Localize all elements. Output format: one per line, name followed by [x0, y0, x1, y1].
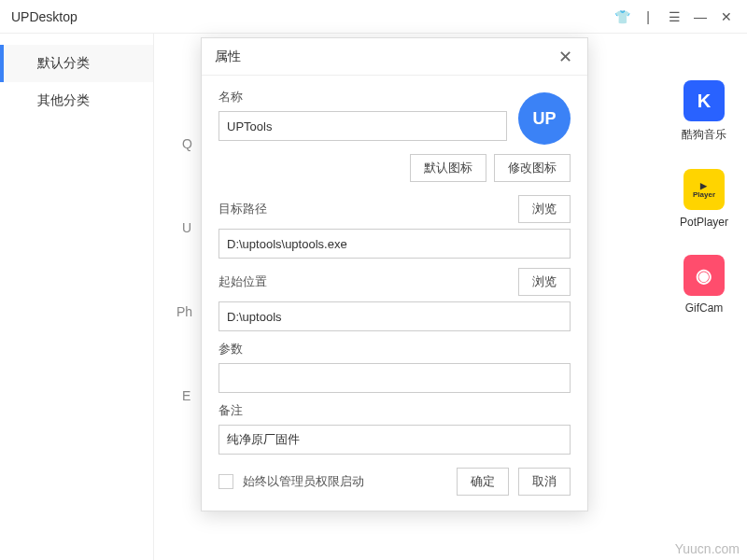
- app-title: UPDesktop: [11, 9, 78, 24]
- bg-letter: U: [182, 220, 191, 235]
- dialog-close-icon[interactable]: ✕: [556, 48, 574, 66]
- bg-letter: Q: [182, 136, 192, 151]
- app-gifcam[interactable]: ◉ GifCam: [684, 255, 725, 315]
- sidebar: 默认分类 其他分类: [0, 34, 154, 560]
- kugou-icon: K: [684, 80, 725, 121]
- app-label: PotPlayer: [680, 216, 728, 229]
- name-label: 名称: [218, 89, 507, 105]
- args-input[interactable]: [218, 363, 571, 393]
- admin-checkbox[interactable]: [218, 474, 233, 489]
- sidebar-item-default[interactable]: 默认分类: [0, 45, 153, 82]
- potplayer-icon: ▶Player: [684, 169, 725, 210]
- browse-target-button[interactable]: 浏览: [518, 195, 571, 223]
- target-label: 目标路径: [218, 201, 509, 217]
- default-icon-button[interactable]: 默认图标: [410, 154, 486, 182]
- app-potplayer[interactable]: ▶Player PotPlayer: [680, 169, 728, 229]
- change-icon-button[interactable]: 修改图标: [494, 154, 571, 182]
- name-input[interactable]: [218, 111, 507, 141]
- browse-start-button[interactable]: 浏览: [518, 268, 571, 296]
- remark-input[interactable]: [218, 425, 571, 455]
- icon-preview: UP: [518, 92, 571, 145]
- menu-icon[interactable]: ☰: [665, 7, 684, 26]
- dialog-title: 属性: [215, 49, 241, 65]
- args-label: 参数: [218, 341, 571, 357]
- start-label: 起始位置: [218, 273, 509, 290]
- start-input[interactable]: [218, 301, 571, 331]
- shirt-icon[interactable]: 👕: [613, 7, 631, 26]
- sidebar-item-other[interactable]: 其他分类: [0, 82, 153, 119]
- bg-letter: E: [182, 388, 190, 403]
- divider-icon: |: [639, 7, 657, 26]
- minimize-icon[interactable]: —: [691, 7, 710, 26]
- watermark: Yuucn.com: [675, 541, 740, 556]
- gifcam-icon: ◉: [684, 255, 725, 296]
- dialog-header: 属性 ✕: [202, 38, 587, 76]
- target-input[interactable]: [218, 229, 571, 259]
- app-grid: K 酷狗音乐 ▶Player PotPlayer ◉ GifCam: [680, 80, 728, 315]
- sidebar-item-label: 其他分类: [37, 92, 90, 109]
- app-label: 酷狗音乐: [682, 127, 726, 143]
- admin-label: 始终以管理员权限启动: [243, 473, 364, 490]
- app-kugou[interactable]: K 酷狗音乐: [682, 80, 726, 143]
- app-label: GifCam: [685, 301, 724, 315]
- titlebar: UPDesktop 👕 | ☰ — ✕: [0, 0, 747, 34]
- properties-dialog: 属性 ✕ 名称 UP 默认图标 修改图标 目标路径 浏览 起始位置 浏览 参数: [201, 37, 588, 511]
- cancel-button[interactable]: 取消: [518, 468, 571, 496]
- ok-button[interactable]: 确定: [457, 468, 509, 496]
- bg-letter: Ph: [176, 304, 192, 319]
- remark-label: 备注: [218, 402, 571, 419]
- close-icon[interactable]: ✕: [717, 7, 736, 26]
- sidebar-item-label: 默认分类: [37, 55, 90, 72]
